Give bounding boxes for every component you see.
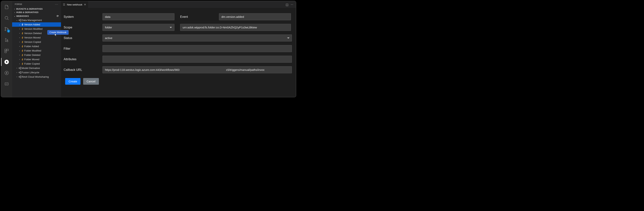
lightning-icon <box>21 50 24 52</box>
search-icon[interactable] <box>2 14 11 22</box>
tree-label: Folder Deleted <box>24 54 40 56</box>
tree-item-folder-deleted[interactable]: › Folder Deleted <box>12 53 61 57</box>
label-scope: Scope <box>64 26 102 29</box>
section-label: HUBS & DERIVATIVES <box>16 11 60 14</box>
svg-rect-5 <box>5 49 6 51</box>
tree-item-version-copied[interactable]: › Version Copied <box>12 40 61 44</box>
filter-input[interactable] <box>102 45 292 52</box>
chevron-down-icon: ⌄ <box>13 15 16 17</box>
tree: ⌄ Data Management ⌄ Version Added › Vers… <box>12 18 61 79</box>
attributes-input[interactable] <box>102 56 292 63</box>
section-label: BUCKETS & DERIVATIVES <box>16 8 60 10</box>
tree-item-model-derivative[interactable]: › Model Derivative <box>12 66 61 70</box>
chevron-right-icon: › <box>18 63 21 65</box>
label-attributes: Attributes <box>64 58 102 61</box>
tab-bar: ☰ New webhook ✕ ◫ ··· <box>61 1 296 8</box>
tree-item-version-added[interactable]: ⌄ Version Added <box>12 22 61 27</box>
tree-item-folder-modified[interactable]: › Folder Modified <box>12 48 61 53</box>
run-icon[interactable] <box>2 36 11 44</box>
tree-item-folder-moved[interactable]: › Folder Moved <box>12 57 61 62</box>
section-webhooks[interactable]: ⌄ WEBHOOKS ⟳ <box>12 14 61 18</box>
svg-text:/API: /API <box>5 83 8 85</box>
label-system: System <box>64 15 102 18</box>
refresh-icon[interactable]: ⟳ <box>57 14 59 18</box>
tree-label: Folder Modified <box>24 49 41 52</box>
more-icon[interactable]: ··· <box>55 3 58 6</box>
tree-item-folder-copied[interactable]: › Folder Copied <box>12 62 61 66</box>
svg-rect-12 <box>19 20 20 20</box>
lightning-icon <box>21 32 24 35</box>
tree-item-version-modified[interactable]: › Version Modified <box>12 27 61 31</box>
tree-item-fusion-lifecycle[interactable]: › Fusion Lifecycle <box>12 70 61 75</box>
section-hubs[interactable]: › HUBS & DERIVATIVES <box>12 10 61 14</box>
section-label: WEBHOOKS <box>16 15 57 17</box>
group-icon <box>18 19 22 22</box>
status-select[interactable]: active <box>102 34 292 42</box>
scope-select[interactable]: folder <box>102 24 174 31</box>
chevron-right-icon: › <box>18 54 21 56</box>
chevron-right-icon: › <box>16 72 18 74</box>
svg-rect-6 <box>7 49 8 51</box>
chevron-right-icon: › <box>18 32 21 34</box>
tree-label: Folder Moved <box>24 58 39 61</box>
more-icon[interactable]: ··· <box>291 3 293 6</box>
tree-item-data-management[interactable]: ⌄ Data Management <box>12 18 61 22</box>
label-filter: Filter <box>64 47 102 50</box>
label-status: Status <box>64 36 102 40</box>
lightning-icon <box>21 28 24 30</box>
create-button[interactable]: Create <box>65 78 80 85</box>
svg-rect-21 <box>19 76 20 77</box>
svg-point-9 <box>5 71 8 75</box>
tree-label: Model Derivative <box>22 67 40 70</box>
lightning-icon[interactable] <box>2 69 11 77</box>
system-input[interactable] <box>102 13 174 20</box>
tree-item-folder-added[interactable]: › Folder Added <box>12 44 61 48</box>
chevron-right-icon: › <box>18 36 21 39</box>
tree-label: Version Moved <box>24 36 40 39</box>
label-callback: Callback URL <box>64 68 102 72</box>
close-icon[interactable]: ✕ <box>84 3 86 6</box>
svg-point-2 <box>5 30 6 31</box>
chevron-right-icon: › <box>13 11 16 14</box>
explorer-icon[interactable] <box>2 3 11 11</box>
tab-new-webhook[interactable]: ☰ New webhook ✕ <box>61 1 88 8</box>
lightning-icon <box>21 41 24 43</box>
scope-id-input[interactable] <box>180 24 291 31</box>
forge-icon[interactable] <box>2 58 11 66</box>
tree-item-revit-cloud[interactable]: › Revit Cloud Worksharing <box>12 75 61 79</box>
tree-item-version-moved[interactable]: › Version Moved <box>12 36 61 40</box>
group-icon <box>18 67 22 70</box>
sidebar: FORGE ··· › BUCKETS & DERIVATIVES › HUBS… <box>12 1 61 97</box>
svg-rect-17 <box>20 68 21 69</box>
svg-point-1 <box>5 27 6 28</box>
svg-rect-16 <box>20 67 21 68</box>
svg-point-4 <box>7 40 8 42</box>
event-input[interactable] <box>219 13 291 20</box>
section-buckets[interactable]: › BUCKETS & DERIVATIVES <box>12 7 61 10</box>
chevron-right-icon: › <box>16 76 18 78</box>
cancel-button[interactable]: Cancel <box>83 78 99 85</box>
tree-item-version-deleted[interactable]: › Version Deleted <box>12 31 61 36</box>
api-icon[interactable]: /API <box>2 80 11 88</box>
extensions-icon[interactable] <box>2 47 11 55</box>
chevron-right-icon: › <box>18 28 21 30</box>
svg-rect-20 <box>20 73 21 74</box>
chevron-right-icon: › <box>18 58 21 60</box>
svg-rect-15 <box>19 68 20 68</box>
callback-input[interactable] <box>102 66 292 73</box>
chevron-right-icon: › <box>18 41 21 43</box>
form: System Event Scope folder <box>61 8 296 88</box>
svg-point-3 <box>7 28 8 29</box>
group-icon <box>18 71 22 74</box>
chevron-down-icon: ⌄ <box>16 19 18 21</box>
lightning-icon <box>21 62 24 65</box>
split-editor-icon[interactable]: ◫ <box>286 3 288 6</box>
lightning-icon <box>21 36 24 39</box>
scm-icon[interactable]: 1 <box>2 25 11 33</box>
tree-label: Version Deleted <box>24 32 42 35</box>
tree-label: Revit Cloud Worksharing <box>22 76 49 78</box>
label-event: Event <box>180 15 219 18</box>
svg-rect-23 <box>20 77 21 78</box>
lightning-icon <box>21 54 24 56</box>
chevron-right-icon: › <box>18 50 21 52</box>
